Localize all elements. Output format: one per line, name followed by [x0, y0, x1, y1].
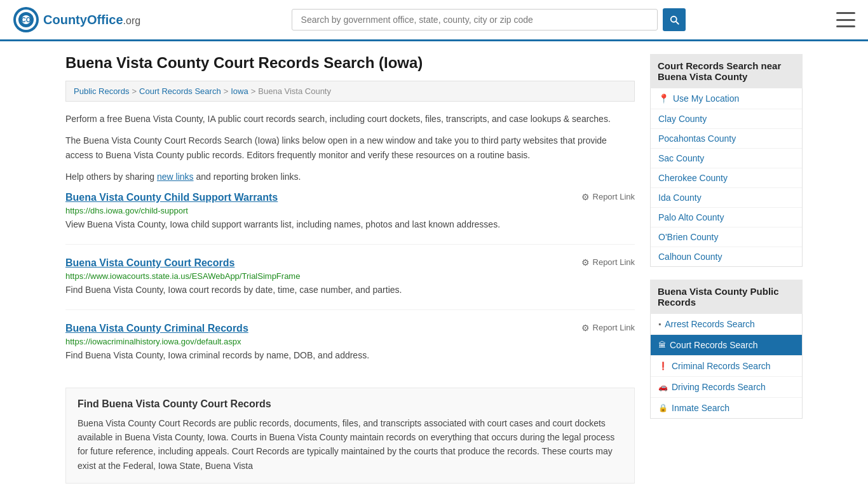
records-list: Buena Vista County Child Support Warrant… [65, 192, 635, 375]
nearby-ida: Ida County [651, 188, 802, 208]
nearby-palo-alto-link[interactable]: Palo Alto County [658, 212, 724, 222]
breadcrumb-public-records[interactable]: Public Records [74, 86, 129, 96]
search-button[interactable] [663, 8, 686, 31]
court-records-icon: 🏛 [658, 341, 666, 349]
record-desc-court-records: Find Buena Vista County, Iowa court reco… [65, 283, 635, 297]
main-content: Buena Vista County Court Records Search … [53, 41, 815, 488]
find-section-text: Buena Vista County Court Records are pub… [78, 416, 623, 473]
report-link-label-1: Report Link [593, 192, 635, 201]
find-section-title: Find Buena Vista County Court Records [78, 398, 623, 410]
public-records-section: Buena Vista County Public Records ▪ Arre… [650, 280, 803, 419]
nearby-sac: Sac County [651, 149, 802, 168]
breadcrumb-buena-vista: Buena Vista County [258, 86, 331, 96]
breadcrumb-iowa[interactable]: Iowa [231, 86, 248, 96]
logo-icon: CO [13, 6, 39, 33]
nearby-links: 📍 Use My Location Clay County Pocahontas… [650, 88, 803, 267]
nearby-clay: Clay County [651, 109, 802, 129]
find-section: Find Buena Vista County Court Records Bu… [65, 388, 635, 484]
sidebar-court-records[interactable]: 🏛 Court Records Search [651, 335, 802, 356]
nearby-palo-alto: Palo Alto County [651, 208, 802, 227]
svg-text:CO: CO [22, 17, 31, 24]
logo-area[interactable]: CO CountyOffice.org [13, 6, 140, 33]
nearby-cherokee: Cherokee County [651, 168, 802, 188]
nearby-sac-link[interactable]: Sac County [658, 153, 704, 163]
sidebar-driving-records[interactable]: 🚗 Driving Records Search [651, 377, 802, 398]
record-item-court-records: Buena Vista County Court Records ⚙ Repor… [65, 257, 635, 310]
use-location-item[interactable]: 📍 Use My Location [651, 88, 802, 109]
nearby-header: Court Records Search near Buena Vista Co… [650, 54, 803, 88]
sidebar-criminal-records[interactable]: ❗ Criminal Records Search [651, 356, 802, 377]
header: CO CountyOffice.org [0, 0, 868, 41]
page-title: Buena Vista County Court Records Search … [65, 54, 635, 72]
desc3-pre: Help others by sharing [65, 172, 157, 182]
use-location-link[interactable]: Use My Location [673, 93, 739, 104]
arrest-records-link[interactable]: Arrest Records Search [665, 319, 755, 329]
breadcrumb-sep3: > [251, 86, 256, 96]
public-records-links: ▪ Arrest Records Search 🏛 Court Records … [650, 314, 803, 419]
record-url-child-support: https://dhs.iowa.gov/child-support [65, 206, 635, 215]
nearby-pocahontas-link[interactable]: Pocahontas County [658, 133, 736, 144]
nearby-ida-link[interactable]: Ida County [658, 193, 702, 203]
record-item-child-support: Buena Vista County Child Support Warrant… [65, 192, 635, 245]
breadcrumb-sep1: > [132, 86, 137, 96]
court-records-link[interactable]: Court Records Search [670, 340, 758, 350]
sidebar-arrest-records[interactable]: ▪ Arrest Records Search [651, 314, 802, 335]
report-icon-1: ⚙ [581, 192, 590, 202]
search-icon [668, 14, 680, 25]
breadcrumb-sep2: > [224, 86, 229, 96]
content-area: Buena Vista County Court Records Search … [65, 54, 635, 484]
nearby-cherokee-link[interactable]: Cherokee County [658, 173, 728, 183]
driving-records-link[interactable]: Driving Records Search [672, 382, 766, 392]
description-1: Perform a free Buena Vista County, IA pu… [65, 112, 635, 126]
search-input[interactable] [292, 9, 658, 30]
report-link-court-records[interactable]: ⚙ Report Link [581, 257, 635, 268]
criminal-records-icon: ❗ [658, 362, 668, 370]
new-links-link[interactable]: new links [157, 172, 194, 182]
report-link-criminal-records[interactable]: ⚙ Report Link [581, 323, 635, 333]
location-pin-icon: 📍 [658, 93, 669, 104]
report-icon-3: ⚙ [581, 323, 590, 333]
record-item-criminal-records: Buena Vista County Criminal Records ⚙ Re… [65, 323, 635, 375]
desc3-post: and reporting broken links. [194, 172, 301, 182]
logo-text: CountyOffice.org [43, 13, 140, 27]
inmate-search-icon: 🔒 [658, 403, 668, 412]
nearby-pocahontas: Pocahontas County [651, 129, 802, 149]
nearby-calhoun-link[interactable]: Calhoun County [658, 252, 722, 262]
record-desc-criminal-records: Find Buena Vista County, Iowa criminal r… [65, 349, 635, 362]
description-2: The Buena Vista County Court Records Sea… [65, 133, 635, 162]
arrest-records-icon: ▪ [658, 320, 661, 329]
driving-records-icon: 🚗 [658, 383, 668, 391]
record-url-criminal-records: https://iowacriminalhistory.iowa.gov/def… [65, 337, 635, 346]
nearby-obrien-link[interactable]: O'Brien County [658, 232, 719, 242]
inmate-search-link[interactable]: Inmate Search [672, 403, 729, 413]
record-title-criminal-records[interactable]: Buena Vista County Criminal Records [65, 323, 248, 334]
criminal-records-link[interactable]: Criminal Records Search [672, 361, 771, 371]
record-desc-child-support: View Buena Vista County, Iowa child supp… [65, 218, 635, 231]
nearby-calhoun: Calhoun County [651, 247, 802, 266]
record-url-court-records: https://www.iowacourts.state.ia.us/ESAWe… [65, 271, 635, 281]
description-3: Help others by sharing new links and rep… [65, 170, 635, 184]
sidebar-inmate-search[interactable]: 🔒 Inmate Search [651, 398, 802, 418]
search-area [292, 8, 686, 31]
sidebar: Court Records Search near Buena Vista Co… [650, 54, 803, 484]
report-icon-2: ⚙ [581, 257, 590, 268]
record-title-child-support[interactable]: Buena Vista County Child Support Warrant… [65, 192, 278, 203]
hamburger-menu-icon[interactable] [836, 12, 855, 27]
report-link-label-3: Report Link [593, 323, 635, 332]
report-link-child-support[interactable]: ⚙ Report Link [581, 192, 635, 202]
nearby-section: Court Records Search near Buena Vista Co… [650, 54, 803, 267]
public-records-header: Buena Vista County Public Records [650, 280, 803, 314]
nearby-clay-link[interactable]: Clay County [658, 114, 707, 124]
breadcrumb-court-records-search[interactable]: Court Records Search [139, 86, 221, 96]
nearby-obrien: O'Brien County [651, 227, 802, 247]
record-title-court-records[interactable]: Buena Vista County Court Records [65, 257, 234, 269]
report-link-label-2: Report Link [593, 257, 635, 267]
breadcrumb: Public Records > Court Records Search > … [65, 81, 635, 102]
